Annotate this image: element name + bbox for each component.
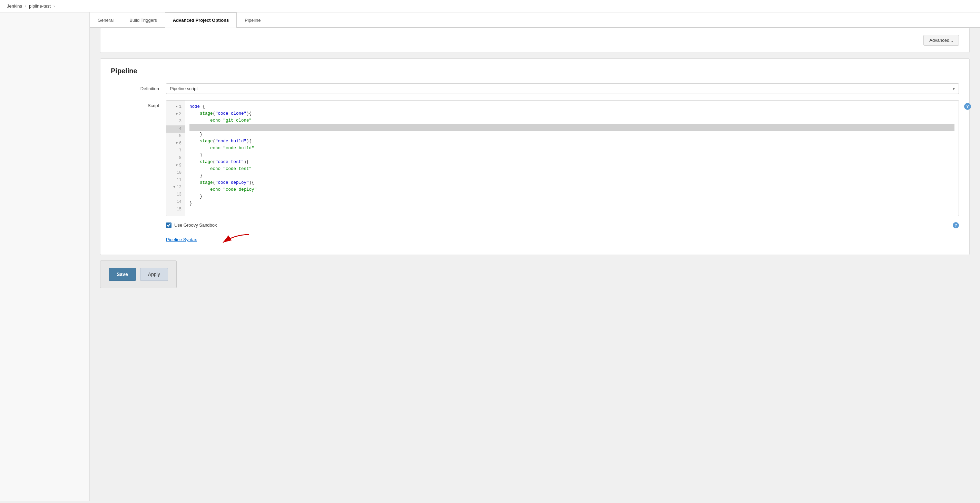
- code-line-8: }: [189, 152, 955, 158]
- line-num-11: 11: [166, 177, 185, 184]
- definition-row: Definition Pipeline script Pipeline scri…: [111, 83, 959, 94]
- sidebar: [0, 13, 90, 501]
- main-container: General Build Triggers Advanced Project …: [0, 13, 980, 501]
- groovy-sandbox-row: Use Groovy Sandbox ?: [111, 222, 959, 228]
- script-control: ▼1 ▼2 3 4 5 ▼6: [166, 100, 959, 216]
- code-line-6: stage("code build"){: [189, 138, 955, 145]
- groovy-sandbox-help-icon[interactable]: ?: [953, 222, 959, 228]
- code-line-4: [189, 124, 955, 131]
- groovy-sandbox-checkbox[interactable]: [166, 222, 172, 228]
- line-num-8: 8: [166, 155, 185, 162]
- line-num-4: 4: [166, 125, 185, 133]
- tab-pipeline[interactable]: Pipeline: [237, 13, 269, 28]
- breadcrumb-sep-2: ›: [54, 4, 55, 9]
- line-num-5: 5: [166, 133, 185, 140]
- fold-6: ▼: [176, 141, 177, 146]
- code-line-10: echo "code test": [189, 166, 955, 172]
- breadcrumb-pipeline-test[interactable]: pipline-test: [29, 3, 51, 9]
- save-button[interactable]: Save: [109, 268, 136, 281]
- line-num-7: 7: [166, 147, 185, 155]
- code-line-2: stage("code clone"){: [189, 110, 955, 117]
- pipeline-section: Pipeline Definition Pipeline script Pipe…: [100, 58, 970, 255]
- code-line-9: stage("code test"){: [189, 158, 955, 166]
- fold-2: ▼: [176, 112, 177, 117]
- advanced-area: Advanced...: [100, 28, 970, 53]
- line-num-6: ▼6: [166, 140, 185, 147]
- apply-button[interactable]: Apply: [140, 268, 168, 281]
- arrow-annotation: [218, 233, 252, 246]
- line-num-3: 3: [166, 118, 185, 125]
- line-num-9: ▼9: [166, 162, 185, 169]
- groovy-sandbox-label: Use Groovy Sandbox: [174, 222, 217, 228]
- line-num-12: ▼12: [166, 184, 185, 191]
- advanced-button[interactable]: Advanced...: [923, 35, 959, 46]
- tab-advanced-project-options[interactable]: Advanced Project Options: [165, 13, 237, 28]
- red-arrow-svg: [218, 233, 252, 245]
- line-num-15: 15: [166, 206, 185, 213]
- pipeline-title: Pipeline: [111, 67, 959, 75]
- pipeline-syntax-link[interactable]: Pipeline Syntax: [166, 237, 197, 242]
- breadcrumb-bar: Jenkins › pipline-test ›: [0, 0, 980, 13]
- tab-strip: General Build Triggers Advanced Project …: [90, 13, 980, 28]
- definition-control: Pipeline script Pipeline script from SCM: [166, 83, 959, 94]
- line-num-13: 13: [166, 191, 185, 198]
- line-num-14: 14: [166, 198, 185, 206]
- breadcrumb-jenkins[interactable]: Jenkins: [7, 3, 22, 9]
- definition-select-wrapper: Pipeline script Pipeline script from SCM: [166, 83, 959, 94]
- code-line-5: }: [189, 131, 955, 138]
- fold-9: ▼: [176, 163, 177, 168]
- breadcrumb-sep-1: ›: [25, 4, 26, 9]
- script-editor[interactable]: ▼1 ▼2 3 4 5 ▼6: [166, 100, 959, 216]
- line-num-2: ▼2: [166, 110, 185, 118]
- definition-label: Definition: [111, 83, 166, 91]
- definition-select[interactable]: Pipeline script Pipeline script from SCM: [166, 83, 959, 94]
- tab-general[interactable]: General: [90, 13, 121, 28]
- code-lines: node { stage("code clone"){ echo "git cl…: [185, 101, 959, 216]
- line-num-1: ▼1: [166, 103, 185, 110]
- editor-content: ▼1 ▼2 3 4 5 ▼6: [166, 101, 959, 216]
- page-content: Advanced... Pipeline Definition Pipeline…: [90, 28, 980, 299]
- code-line-7: echo "code build": [189, 145, 955, 152]
- script-row: Script ▼1 ▼2: [111, 100, 959, 216]
- line-num-10: 10: [166, 169, 185, 177]
- script-help-icon[interactable]: ?: [964, 103, 971, 110]
- code-line-15: }: [189, 200, 955, 207]
- fold-12: ▼: [173, 185, 175, 190]
- code-line-11: }: [189, 172, 955, 179]
- tab-build-triggers[interactable]: Build Triggers: [121, 13, 165, 28]
- content-area: General Build Triggers Advanced Project …: [90, 13, 980, 501]
- script-label: Script: [111, 100, 166, 108]
- code-line-12: stage("code deploy"){: [189, 179, 955, 186]
- code-line-14: }: [189, 193, 955, 200]
- pipeline-syntax-row: Pipeline Syntax: [111, 233, 959, 246]
- code-line-3: echo "git clone": [189, 117, 955, 124]
- line-numbers: ▼1 ▼2 3 4 5 ▼6: [166, 101, 185, 216]
- code-line-13: echo "code deploy": [189, 186, 955, 193]
- code-line-1: node {: [189, 103, 955, 110]
- button-bar: Save Apply: [100, 260, 177, 288]
- fold-1: ▼: [176, 104, 177, 109]
